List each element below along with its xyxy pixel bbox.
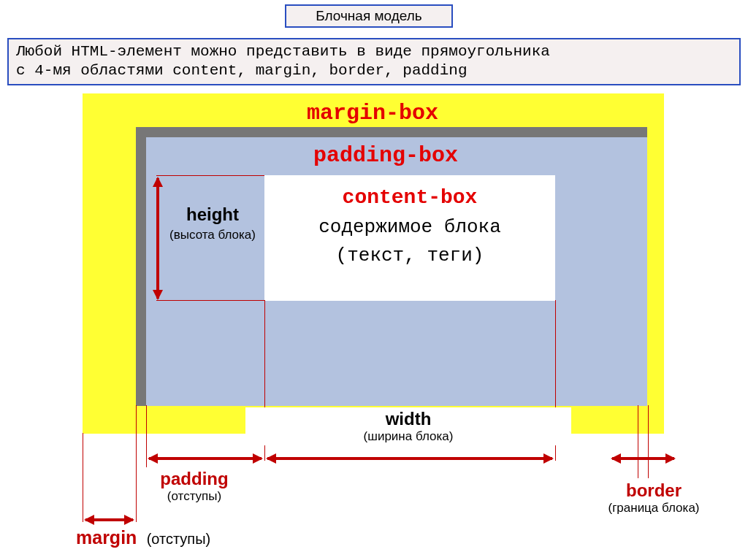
description-line2-terms: content, margin, border, padding: [172, 62, 467, 79]
content-box-line1: содержимое блока: [264, 213, 555, 242]
guide-line: [146, 405, 147, 475]
width-note: (ширина блока): [250, 429, 567, 444]
description-box: Любой HTML-элемент можно представить в в…: [7, 38, 741, 85]
padding-annotation: padding (отступы): [143, 467, 245, 505]
description-line1: Любой HTML-элемент можно представить в в…: [16, 43, 550, 60]
border-annotation: border (граница блока): [577, 479, 730, 517]
height-term: height: [186, 204, 239, 224]
description-line2-prefix: с 4-мя областями: [16, 62, 172, 79]
padding-note: (отступы): [148, 489, 241, 504]
page-title: Блочная модель: [285, 4, 453, 28]
height-arrow: [156, 178, 159, 299]
height-annotation: height (высота блока): [162, 204, 263, 242]
content-box-title: content-box: [264, 183, 555, 213]
border-arrow: [612, 457, 674, 460]
padding-term: padding: [160, 469, 228, 488]
margin-arrow: [85, 518, 133, 521]
border-term: border: [626, 480, 682, 500]
height-note: (высота блока): [169, 228, 256, 242]
width-arrow: [267, 457, 552, 460]
guide-line: [136, 405, 137, 522]
guide-line: [648, 405, 649, 478]
margin-term: margin: [76, 527, 137, 548]
content-box-region: content-box содержимое блока (текст, тег…: [264, 175, 555, 301]
width-annotation: width (ширина блока): [245, 407, 571, 445]
width-term: width: [386, 409, 432, 429]
guide-line: [83, 433, 83, 522]
padding-arrow: [149, 457, 262, 460]
border-note: (граница блока): [581, 501, 726, 515]
guide-line: [638, 405, 638, 478]
guide-line: [156, 175, 264, 176]
guide-line: [156, 300, 264, 301]
margin-note: (отступы): [147, 531, 211, 547]
content-box-line2: (текст, теги): [264, 242, 555, 270]
padding-box-label: padding-box: [291, 143, 481, 168]
margin-annotation: margin (отступы): [76, 527, 266, 548]
margin-box-label: margin-box: [289, 101, 457, 126]
